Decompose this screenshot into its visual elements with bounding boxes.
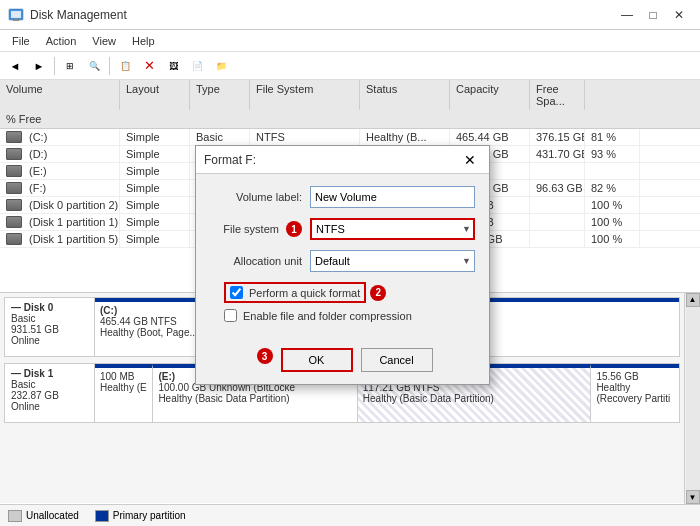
table-cell	[530, 197, 585, 213]
volume-label-input[interactable]	[310, 186, 475, 208]
col-type[interactable]: Type	[190, 80, 250, 110]
dialog-content: Volume label: File system 1 NTFS FAT32 e…	[196, 174, 489, 340]
disk-1-partition-100mb[interactable]: 100 MB Healthy (E	[95, 364, 153, 422]
quick-format-label: Perform a quick format	[249, 287, 360, 299]
toolbar-btn-6[interactable]: 📄	[186, 55, 208, 77]
svg-rect-2	[13, 19, 19, 21]
disk-1-info: — Disk 1 Basic 232.87 GB Online	[5, 364, 95, 422]
legend-unallocated: Unallocated	[8, 510, 79, 522]
file-system-select-wrapper: NTFS FAT32 exFAT	[310, 218, 475, 240]
dialog-title: Format F:	[204, 153, 459, 167]
title-bar: Disk Management — □ ✕	[0, 0, 700, 30]
app-icon	[8, 7, 24, 23]
dialog-close-button[interactable]: ✕	[459, 149, 481, 171]
toolbar: ◄ ► ⊞ 🔍 📋 ✕ 🖼 📄 📁	[0, 52, 700, 80]
col-status[interactable]: Status	[360, 80, 450, 110]
col-volume[interactable]: Volume	[0, 80, 120, 110]
format-dialog: Format F: ✕ Volume label: File system 1 …	[195, 145, 490, 385]
close-button[interactable]: ✕	[666, 2, 692, 28]
toolbar-separator-2	[109, 57, 110, 75]
dialog-title-bar: Format F: ✕	[196, 146, 489, 174]
volume-label-row: Volume label:	[210, 186, 475, 208]
allocation-unit-row: Allocation unit Default 512 1024 2048 40…	[210, 250, 475, 272]
menu-bar: File Action View Help	[0, 30, 700, 52]
table-cell: 96.63 GB	[530, 180, 585, 196]
disk-0-info: — Disk 0 Basic 931.51 GB Online	[5, 298, 95, 356]
allocation-select-wrapper: Default 512 1024 2048 4096	[310, 250, 475, 272]
back-button[interactable]: ◄	[4, 55, 26, 77]
col-capacity[interactable]: Capacity	[450, 80, 530, 110]
table-cell: (C:)	[0, 129, 120, 145]
compression-row: Enable file and folder compression	[210, 309, 475, 322]
maximize-button[interactable]: □	[640, 2, 666, 28]
table-cell: Basic	[190, 129, 250, 145]
table-cell	[530, 231, 585, 247]
scroll-up-btn[interactable]: ▲	[686, 293, 700, 307]
disk-1-size: 232.87 GB	[11, 390, 88, 401]
menu-view[interactable]: View	[84, 33, 124, 49]
quick-format-highlight: Perform a quick format	[224, 282, 366, 303]
col-filesystem[interactable]: File System	[250, 80, 360, 110]
col-pct[interactable]: % Free	[0, 110, 120, 128]
table-cell: Simple	[120, 197, 190, 213]
table-cell: 100 %	[585, 231, 640, 247]
toolbar-separator-1	[54, 57, 55, 75]
table-cell: 81 %	[585, 129, 640, 145]
window-controls: — □ ✕	[614, 2, 692, 28]
toolbar-btn-2[interactable]: 🔍	[83, 55, 105, 77]
file-system-select[interactable]: NTFS FAT32 exFAT	[310, 218, 475, 240]
disk-0-name: — Disk 0	[11, 302, 88, 313]
vertical-scrollbar[interactable]: ▲ ▼	[684, 293, 700, 505]
col-layout[interactable]: Layout	[120, 80, 190, 110]
menu-help[interactable]: Help	[124, 33, 163, 49]
disk-0-type: Basic	[11, 313, 88, 324]
step-3-badge: 3	[257, 348, 273, 364]
compression-label: Enable file and folder compression	[243, 310, 412, 322]
legend-bar: Unallocated Primary partition	[0, 504, 700, 526]
allocation-label-text: Allocation unit	[210, 255, 310, 267]
quick-format-checkbox[interactable]	[230, 286, 243, 299]
table-cell: Simple	[120, 129, 190, 145]
toolbar-btn-5[interactable]: 🖼	[162, 55, 184, 77]
table-cell: Simple	[120, 146, 190, 162]
toolbar-btn-4[interactable]: ✕	[138, 55, 160, 77]
minimize-button[interactable]: —	[614, 2, 640, 28]
legend-unallocated-label: Unallocated	[26, 510, 79, 521]
toolbar-btn-7[interactable]: 📁	[210, 55, 232, 77]
ok-button[interactable]: OK	[281, 348, 353, 372]
table-cell: (D:)	[0, 146, 120, 162]
table-cell: (F:)	[0, 180, 120, 196]
legend-unallocated-box	[8, 510, 22, 522]
cancel-button[interactable]: Cancel	[361, 348, 433, 372]
disk-0-size: 931.51 GB	[11, 324, 88, 335]
allocation-select[interactable]: Default 512 1024 2048 4096	[310, 250, 475, 272]
table-cell: Simple	[120, 214, 190, 230]
table-cell	[530, 214, 585, 230]
table-cell: 100 %	[585, 197, 640, 213]
menu-file[interactable]: File	[4, 33, 38, 49]
table-cell	[585, 163, 640, 179]
toolbar-btn-3[interactable]: 📋	[114, 55, 136, 77]
disk-0-status: Online	[11, 335, 88, 346]
toolbar-btn-1[interactable]: ⊞	[59, 55, 81, 77]
table-row[interactable]: (C:)SimpleBasicNTFSHealthy (B...465.44 G…	[0, 129, 700, 146]
menu-action[interactable]: Action	[38, 33, 85, 49]
scroll-down-btn[interactable]: ▼	[686, 490, 700, 504]
compression-checkbox[interactable]	[224, 309, 237, 322]
table-cell: Healthy (B...	[360, 129, 450, 145]
table-cell: 431.70 GB	[530, 146, 585, 162]
table-cell: NTFS	[250, 129, 360, 145]
disk-1-partition-recovery[interactable]: 15.56 GB Healthy (Recovery Partiti	[591, 364, 679, 422]
file-system-label-text: File system 1	[210, 221, 310, 237]
table-header: Volume Layout Type File System Status Ca…	[0, 80, 700, 129]
forward-button[interactable]: ►	[28, 55, 50, 77]
table-cell: (Disk 1 partition 5)	[0, 231, 120, 247]
table-cell: 100 %	[585, 214, 640, 230]
table-cell: Simple	[120, 163, 190, 179]
volume-label-text: Volume label:	[210, 191, 310, 203]
table-cell: 82 %	[585, 180, 640, 196]
app-title: Disk Management	[30, 8, 614, 22]
legend-primary: Primary partition	[95, 510, 186, 522]
col-free[interactable]: Free Spa...	[530, 80, 585, 110]
disk-1-status: Online	[11, 401, 88, 412]
